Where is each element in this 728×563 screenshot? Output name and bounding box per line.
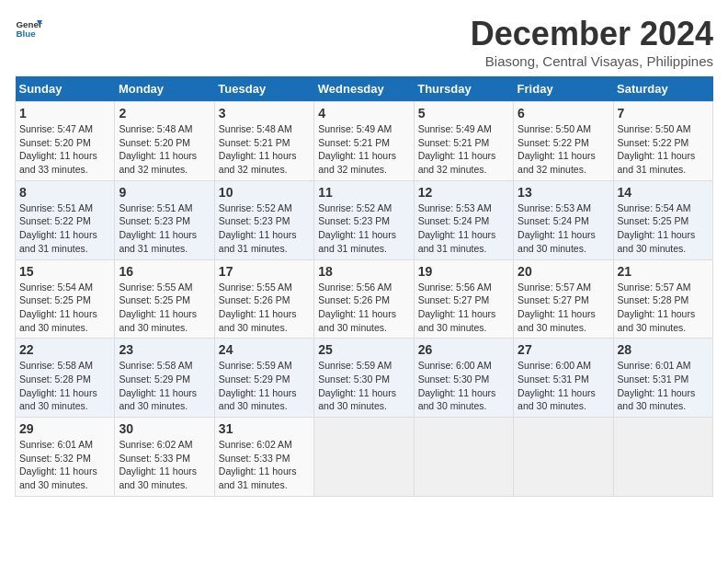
calendar-cell: 1 Sunrise: 5:47 AMSunset: 5:20 PMDayligh… [16,102,115,181]
day-number: 19 [418,264,509,279]
day-info: Sunrise: 6:02 AMSunset: 5:33 PMDaylight:… [219,439,297,490]
day-info: Sunrise: 6:00 AMSunset: 5:31 PMDaylight:… [518,360,596,411]
calendar-cell [514,418,613,497]
header-friday: Friday [514,76,613,102]
calendar-cell: 9 Sunrise: 5:51 AMSunset: 5:23 PMDayligh… [115,180,214,259]
header-monday: Monday [115,76,214,102]
day-info: Sunrise: 5:55 AMSunset: 5:26 PMDaylight:… [219,282,297,333]
calendar-cell: 10 Sunrise: 5:52 AMSunset: 5:23 PMDaylig… [214,180,313,259]
svg-text:Blue: Blue [17,29,37,39]
day-info: Sunrise: 5:53 AMSunset: 5:24 PMDaylight:… [418,202,496,254]
calendar-cell: 5 Sunrise: 5:49 AMSunset: 5:21 PMDayligh… [414,102,513,181]
day-number: 16 [119,264,210,279]
day-number: 14 [618,185,709,200]
day-number: 26 [418,342,509,357]
calendar-cell: 15 Sunrise: 5:54 AMSunset: 5:25 PMDaylig… [16,259,115,339]
day-info: Sunrise: 5:58 AMSunset: 5:29 PMDaylight:… [119,360,197,411]
day-number: 1 [19,106,110,121]
calendar-cell: 8 Sunrise: 5:51 AMSunset: 5:22 PMDayligh… [16,180,115,259]
calendar-cell: 11 Sunrise: 5:52 AMSunset: 5:23 PMDaylig… [314,180,414,259]
calendar-week-row: 1 Sunrise: 5:47 AMSunset: 5:20 PMDayligh… [16,102,713,181]
page-header: General Blue December 2024 Biasong, Cent… [15,15,713,69]
calendar-cell: 26 Sunrise: 6:00 AMSunset: 5:30 PMDaylig… [414,339,513,418]
day-number: 4 [318,106,409,121]
header-wednesday: Wednesday [314,76,414,102]
calendar-cell [314,418,414,497]
day-number: 28 [618,342,709,357]
calendar-cell: 25 Sunrise: 5:59 AMSunset: 5:30 PMDaylig… [314,339,414,418]
header-sunday: Sunday [16,76,115,102]
day-number: 20 [518,264,609,279]
day-number: 11 [318,185,409,200]
day-number: 17 [219,264,310,279]
day-info: Sunrise: 6:00 AMSunset: 5:30 PMDaylight:… [418,360,496,411]
day-number: 10 [219,185,310,200]
day-number: 30 [119,421,210,436]
day-info: Sunrise: 5:50 AMSunset: 5:22 PMDaylight:… [518,123,596,175]
day-number: 8 [19,185,110,200]
header-tuesday: Tuesday [214,76,313,102]
calendar-cell: 6 Sunrise: 5:50 AMSunset: 5:22 PMDayligh… [514,102,613,181]
day-info: Sunrise: 5:53 AMSunset: 5:24 PMDaylight:… [518,202,596,254]
calendar-cell: 21 Sunrise: 5:57 AMSunset: 5:28 PMDaylig… [613,259,712,339]
calendar-cell: 2 Sunrise: 5:48 AMSunset: 5:20 PMDayligh… [115,102,214,181]
calendar-cell: 22 Sunrise: 5:58 AMSunset: 5:28 PMDaylig… [16,339,115,418]
header-saturday: Saturday [613,76,712,102]
day-number: 29 [19,421,110,436]
day-info: Sunrise: 5:54 AMSunset: 5:25 PMDaylight:… [618,202,696,254]
day-number: 23 [119,342,210,357]
day-info: Sunrise: 6:02 AMSunset: 5:33 PMDaylight:… [119,439,197,490]
day-info: Sunrise: 5:48 AMSunset: 5:20 PMDaylight:… [119,123,197,175]
calendar-cell: 28 Sunrise: 6:01 AMSunset: 5:31 PMDaylig… [613,339,712,418]
calendar-cell: 13 Sunrise: 5:53 AMSunset: 5:24 PMDaylig… [514,180,613,259]
calendar-cell: 24 Sunrise: 5:59 AMSunset: 5:29 PMDaylig… [214,339,313,418]
main-title: December 2024 [471,15,713,53]
day-number: 7 [618,106,709,121]
calendar-table: SundayMondayTuesdayWednesdayThursdayFrid… [15,76,713,497]
day-number: 22 [19,342,110,357]
day-number: 21 [618,264,709,279]
calendar-body: 1 Sunrise: 5:47 AMSunset: 5:20 PMDayligh… [16,102,713,497]
calendar-cell: 30 Sunrise: 6:02 AMSunset: 5:33 PMDaylig… [115,418,214,497]
day-info: Sunrise: 5:56 AMSunset: 5:27 PMDaylight:… [418,282,496,333]
subtitle: Biasong, Central Visayas, Philippines [471,53,713,69]
day-info: Sunrise: 6:01 AMSunset: 5:31 PMDaylight:… [618,360,696,411]
calendar-cell: 19 Sunrise: 5:56 AMSunset: 5:27 PMDaylig… [414,259,513,339]
day-info: Sunrise: 5:57 AMSunset: 5:28 PMDaylight:… [618,282,696,333]
day-number: 6 [518,106,609,121]
day-number: 9 [119,185,210,200]
day-info: Sunrise: 5:49 AMSunset: 5:21 PMDaylight:… [418,123,496,175]
calendar-cell: 3 Sunrise: 5:48 AMSunset: 5:21 PMDayligh… [214,102,313,181]
calendar-cell: 4 Sunrise: 5:49 AMSunset: 5:21 PMDayligh… [314,102,414,181]
day-number: 18 [318,264,409,279]
calendar-week-row: 22 Sunrise: 5:58 AMSunset: 5:28 PMDaylig… [16,339,713,418]
day-info: Sunrise: 5:49 AMSunset: 5:21 PMDaylight:… [318,123,396,175]
day-info: Sunrise: 5:59 AMSunset: 5:30 PMDaylight:… [318,360,396,411]
calendar-week-row: 8 Sunrise: 5:51 AMSunset: 5:22 PMDayligh… [16,180,713,259]
day-info: Sunrise: 5:59 AMSunset: 5:29 PMDaylight:… [219,360,297,411]
day-info: Sunrise: 5:48 AMSunset: 5:21 PMDaylight:… [219,123,297,175]
day-info: Sunrise: 5:57 AMSunset: 5:27 PMDaylight:… [518,282,596,333]
day-info: Sunrise: 5:52 AMSunset: 5:23 PMDaylight:… [219,202,297,254]
logo-icon: General Blue [15,15,42,42]
day-info: Sunrise: 5:51 AMSunset: 5:22 PMDaylight:… [19,202,97,254]
day-number: 27 [518,342,609,357]
day-number: 12 [418,185,509,200]
calendar-cell: 23 Sunrise: 5:58 AMSunset: 5:29 PMDaylig… [115,339,214,418]
title-block: December 2024 Biasong, Central Visayas, … [471,15,713,69]
day-info: Sunrise: 5:55 AMSunset: 5:25 PMDaylight:… [119,282,197,333]
calendar-cell [414,418,513,497]
calendar-cell: 16 Sunrise: 5:55 AMSunset: 5:25 PMDaylig… [115,259,214,339]
calendar-week-row: 15 Sunrise: 5:54 AMSunset: 5:25 PMDaylig… [16,259,713,339]
day-info: Sunrise: 5:51 AMSunset: 5:23 PMDaylight:… [119,202,197,254]
day-number: 31 [219,421,310,436]
calendar-cell: 31 Sunrise: 6:02 AMSunset: 5:33 PMDaylig… [214,418,313,497]
day-number: 5 [418,106,509,121]
day-info: Sunrise: 5:54 AMSunset: 5:25 PMDaylight:… [19,282,97,333]
calendar-header-row: SundayMondayTuesdayWednesdayThursdayFrid… [16,76,713,102]
calendar-cell [613,418,712,497]
day-info: Sunrise: 5:56 AMSunset: 5:26 PMDaylight:… [318,282,396,333]
calendar-cell: 12 Sunrise: 5:53 AMSunset: 5:24 PMDaylig… [414,180,513,259]
calendar-week-row: 29 Sunrise: 6:01 AMSunset: 5:32 PMDaylig… [16,418,713,497]
day-info: Sunrise: 6:01 AMSunset: 5:32 PMDaylight:… [19,439,97,490]
